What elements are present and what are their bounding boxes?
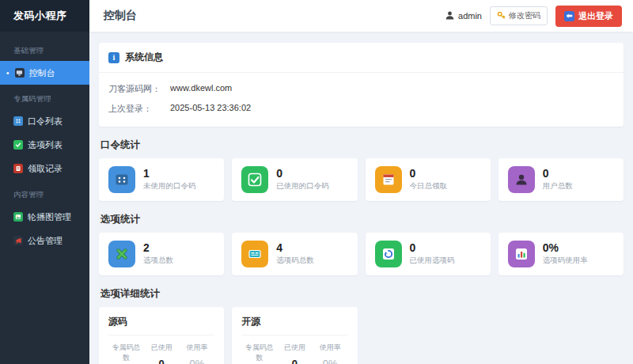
user-chip[interactable]: admin <box>445 10 482 22</box>
app-title: 发码小程序 <box>0 0 89 32</box>
ticket-icon <box>241 241 268 267</box>
user-icon <box>508 166 535 193</box>
keypad-icon <box>108 166 135 193</box>
detail-columns: 专属码总数 2 已使用 0 使用率 0% <box>241 336 347 364</box>
stat-card-today-claims: 0 今日总领取 <box>366 158 491 201</box>
password-stats-title: 口令统计 <box>100 138 622 152</box>
detail-col: 使用率 0% <box>180 343 215 364</box>
stat-label: 选项总数 <box>143 256 173 266</box>
sidebar: 发码小程序 基础管理 • 控制台 专属码管理 口令列表 选项列表 <box>0 0 89 364</box>
stat-value: 0 <box>276 168 329 180</box>
stat-card-total-options: 2 选项总数 <box>99 233 224 275</box>
record-icon <box>13 164 23 173</box>
nav-section-content: 内容管理 <box>0 180 89 205</box>
detail-col: 已使用 0 <box>277 343 313 364</box>
detail-card-source-code: 源码 专属码总数 2 已使用 0 使用率 0% <box>99 307 224 364</box>
stat-value: 2 <box>143 242 173 254</box>
detail-stats-row: 源码 专属码总数 2 已使用 0 使用率 0% <box>99 307 624 364</box>
detail-col-header: 已使用 <box>144 343 180 353</box>
info-row-last-login: 上次登录： 2025-05-13 23:36:02 <box>108 99 614 119</box>
stat-value: 0 <box>410 242 455 254</box>
detail-col-value: 0% <box>180 358 215 364</box>
detail-col-value: 0% <box>313 358 348 364</box>
key-icon <box>497 11 506 21</box>
grid-spacer <box>366 307 491 364</box>
topbar: 控制台 admin 修改密码 ⬅ 退出登录 <box>89 0 633 32</box>
stat-card-total-option-codes: 4 选项码总数 <box>232 233 357 275</box>
stat-label: 未使用的口令码 <box>143 181 196 191</box>
info-value-last-login: 2025-05-13 23:36:02 <box>170 103 251 115</box>
sidebar-item-claim-records[interactable]: 领取记录 <box>0 157 89 180</box>
sidebar-item-announcements[interactable]: 公告管理 <box>0 229 89 252</box>
calendar-icon <box>375 166 402 193</box>
detail-col-header: 已使用 <box>277 343 313 353</box>
sidebar-item-label: 控制台 <box>29 67 55 79</box>
system-info-panel: i 系统信息 刀客源码网： www.dkewl.com 上次登录： 2025-0… <box>99 43 624 127</box>
chart-icon <box>508 241 535 267</box>
detail-col-header: 使用率 <box>313 343 348 353</box>
change-password-label: 修改密码 <box>509 10 540 21</box>
check-icon <box>241 166 268 193</box>
check-icon <box>13 140 23 150</box>
detail-col-header: 专属码总数 <box>241 343 277 363</box>
logout-button[interactable]: ⬅ 退出登录 <box>555 6 622 27</box>
stat-value: 0% <box>543 242 588 254</box>
sidebar-item-label: 轮播图管理 <box>28 211 71 223</box>
sidebar-item-carousel[interactable]: 轮播图管理 <box>0 205 89 229</box>
topbar-right: admin 修改密码 ⬅ 退出登录 <box>445 6 622 27</box>
console-icon <box>15 68 25 78</box>
detail-card-open-source: 开源 专属码总数 2 已使用 0 使用率 0% <box>232 307 357 364</box>
sidebar-item-password-list[interactable]: 口令列表 <box>0 109 89 133</box>
system-info-body: 刀客源码网： www.dkewl.com 上次登录： 2025-05-13 23… <box>99 73 624 127</box>
keypad-icon <box>13 116 23 126</box>
stat-label: 选项码使用率 <box>543 256 588 266</box>
detail-col-value: 0 <box>277 358 313 364</box>
stat-label: 已使用的口令码 <box>276 181 329 191</box>
stat-value: 1 <box>143 168 196 180</box>
detail-col-header: 专属码总数 <box>108 343 144 363</box>
detail-card-title: 源码 <box>108 315 214 336</box>
stat-card-unused-passwords: 1 未使用的口令码 <box>99 158 224 201</box>
page-title: 控制台 <box>104 9 137 23</box>
logout-back-icon: ⬅ <box>564 11 574 21</box>
stat-label: 今日总领取 <box>410 181 448 191</box>
system-info-title: 系统信息 <box>125 51 163 64</box>
sidebar-item-label: 领取记录 <box>28 163 63 175</box>
detail-col: 已使用 0 <box>144 343 180 364</box>
detail-col: 专属码总数 2 <box>241 343 277 364</box>
content: i 系统信息 刀客源码网： www.dkewl.com 上次登录： 2025-0… <box>89 32 633 364</box>
logout-label: 退出登录 <box>578 10 613 22</box>
stat-card-used-option-codes: 0 已使用选项码 <box>366 233 491 275</box>
sidebar-item-console[interactable]: • 控制台 <box>0 61 89 85</box>
info-label: 刀客源码网： <box>108 83 170 95</box>
detail-card-title: 开源 <box>241 315 347 336</box>
stat-card-option-usage-rate: 0% 选项码使用率 <box>498 233 624 275</box>
puzzle-icon <box>108 241 135 267</box>
detail-columns: 专属码总数 2 已使用 0 使用率 0% <box>108 336 214 364</box>
user-icon <box>445 10 455 22</box>
stat-value: 4 <box>276 242 314 254</box>
nav-section-basic: 基础管理 <box>0 36 89 61</box>
stat-card-used-passwords: 0 已使用的口令码 <box>232 158 357 201</box>
announcement-icon <box>13 236 23 245</box>
sidebar-item-option-list[interactable]: 选项列表 <box>0 133 89 157</box>
info-value-site-url[interactable]: www.dkewl.com <box>170 83 232 95</box>
stat-card-total-users: 0 用户总数 <box>498 158 624 201</box>
stat-label: 用户总数 <box>543 181 573 191</box>
sidebar-nav: 基础管理 • 控制台 专属码管理 口令列表 选项列表 领取记录 <box>0 32 89 252</box>
change-password-button[interactable]: 修改密码 <box>490 6 548 25</box>
refresh-icon <box>375 241 402 267</box>
sidebar-item-label: 公告管理 <box>28 235 63 247</box>
username: admin <box>458 11 482 21</box>
main-area: 控制台 admin 修改密码 ⬅ 退出登录 i <box>89 0 633 364</box>
stat-label: 选项码总数 <box>276 256 314 266</box>
info-label: 上次登录： <box>108 103 170 115</box>
sidebar-item-label: 口令列表 <box>28 116 63 127</box>
sidebar-item-label: 选项列表 <box>28 139 63 151</box>
stat-value: 0 <box>543 168 573 180</box>
info-row-site: 刀客源码网： www.dkewl.com <box>108 79 614 99</box>
stat-value: 0 <box>410 168 448 180</box>
detail-col-header: 使用率 <box>180 343 215 353</box>
option-stats-title: 选项统计 <box>100 213 622 226</box>
info-icon: i <box>108 52 119 63</box>
